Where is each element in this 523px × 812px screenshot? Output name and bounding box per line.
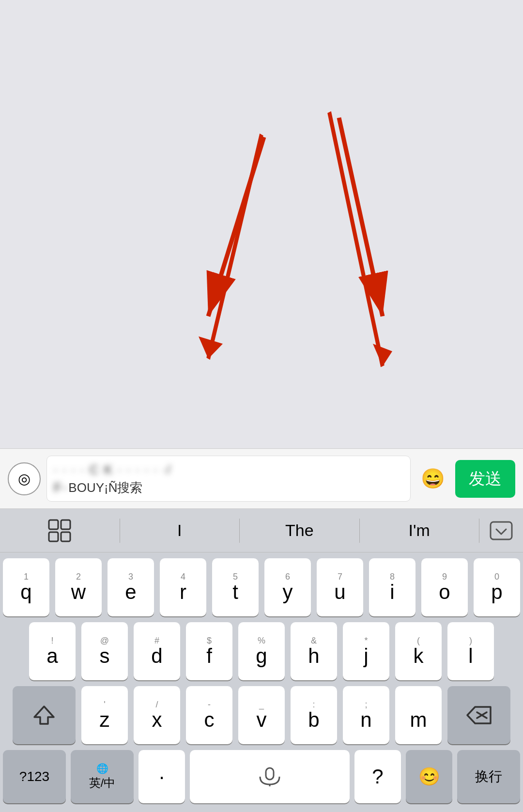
svg-rect-10 <box>61 532 70 541</box>
language-key[interactable]: 🌐 英/中 <box>71 750 134 803</box>
question-label: ? <box>372 765 383 788</box>
suggestion-I[interactable]: I <box>120 509 240 552</box>
shift-key[interactable] <box>13 686 76 744</box>
svg-marker-3 <box>373 344 392 366</box>
shift-icon <box>32 704 56 727</box>
key-c[interactable]: - c <box>186 686 232 744</box>
emoji-icon: 😄 <box>421 467 445 490</box>
emoji-button[interactable]: 😄 <box>416 462 449 495</box>
key-m[interactable]: m <box>395 686 442 744</box>
suggestion-The[interactable]: The <box>240 509 359 552</box>
numbers-key[interactable]: ?123 <box>3 750 66 803</box>
svg-line-6 <box>339 118 383 316</box>
key-d[interactable]: # d <box>134 622 180 680</box>
grid-icon <box>47 518 72 543</box>
svg-line-2 <box>329 112 383 367</box>
keyboard-row-2: ! a @ s # d $ f % g & h * j ( k <box>3 622 520 680</box>
question-key[interactable]: ? <box>354 750 401 803</box>
suggestion-Im[interactable]: I'm <box>360 509 479 552</box>
key-x[interactable]: / x <box>134 686 180 744</box>
key-a[interactable]: ! a <box>29 622 76 680</box>
svg-line-0 <box>208 135 262 359</box>
input-clear-part: BOUY¡Ñ搜索 <box>68 480 142 495</box>
keyboard-row-1: 1 q 2 w 3 e 4 r 5 t 6 y 7 u 8 i <box>3 558 520 616</box>
microphone-icon <box>255 767 284 786</box>
language-label: 英/中 <box>89 775 116 791</box>
key-y[interactable]: 6 y <box>264 558 311 616</box>
svg-rect-7 <box>49 520 58 529</box>
key-f[interactable]: $ f <box>186 622 232 680</box>
svg-rect-8 <box>61 520 70 529</box>
space-key[interactable] <box>190 750 350 803</box>
suggestions-bar: I The I'm <box>0 509 523 552</box>
voice-button[interactable]: ◎ <box>8 462 41 495</box>
keyboard-emoji-icon: 😊 <box>418 766 440 787</box>
key-s[interactable]: @ s <box>81 622 128 680</box>
key-l[interactable]: ) l <box>447 622 494 680</box>
dot-label: · <box>159 765 165 788</box>
key-n[interactable]: ; n <box>343 686 389 744</box>
return-key[interactable]: 换行 <box>457 750 520 803</box>
message-input[interactable]: · · · · C K · · · · · ·/ F··BOUY¡Ñ搜索 <box>46 456 411 502</box>
dot-key[interactable]: · <box>138 750 185 803</box>
key-u[interactable]: 7 u <box>317 558 363 616</box>
key-t[interactable]: 5 t <box>212 558 259 616</box>
svg-marker-12 <box>34 706 54 724</box>
send-button[interactable]: 发送 <box>455 460 515 498</box>
globe-icon: 🌐 <box>96 763 108 774</box>
numbers-label: ?123 <box>19 769 49 784</box>
keyboard-row-4: ?123 🌐 英/中 · ? 😊 换行 <box>3 750 520 803</box>
key-k[interactable]: ( k <box>395 622 442 680</box>
key-p[interactable]: 0 p <box>474 558 520 616</box>
input-line-2: F··BOUY¡Ñ搜索 <box>54 479 403 496</box>
emoji-key[interactable]: 😊 <box>406 750 452 803</box>
keyboard-dismiss-button[interactable] <box>479 521 523 541</box>
keyboard-row-3: ' z / x - c _ v : b ; n m <box>3 686 520 744</box>
svg-line-5 <box>208 137 264 316</box>
svg-marker-1 <box>199 337 223 359</box>
keyboard-grid-button[interactable] <box>0 509 120 552</box>
chat-area <box>0 0 523 448</box>
key-j[interactable]: * j <box>343 622 389 680</box>
annotation-arrows <box>0 0 523 448</box>
key-r[interactable]: 4 r <box>160 558 206 616</box>
key-g[interactable]: % g <box>238 622 285 680</box>
key-o[interactable]: 9 o <box>421 558 468 616</box>
key-i[interactable]: 8 i <box>369 558 415 616</box>
key-q[interactable]: 1 q <box>3 558 49 616</box>
input-line-1: · · · · C K · · · · · ·/ <box>54 461 403 478</box>
svg-rect-9 <box>49 532 58 541</box>
svg-rect-11 <box>491 522 512 539</box>
key-b[interactable]: : b <box>291 686 337 744</box>
input-blurred-part: F·· <box>54 480 68 495</box>
backspace-key[interactable] <box>447 686 510 744</box>
key-e[interactable]: 3 e <box>108 558 154 616</box>
key-v[interactable]: _ v <box>238 686 285 744</box>
dismiss-icon <box>489 521 513 541</box>
input-bar: ◎ · · · · C K · · · · · ·/ F··BOUY¡Ñ搜索 😄… <box>0 448 523 509</box>
keyboard: 1 q 2 w 3 e 4 r 5 t 6 y 7 u 8 i <box>0 552 523 812</box>
key-z[interactable]: ' z <box>81 686 128 744</box>
svg-rect-15 <box>266 768 274 780</box>
key-h[interactable]: & h <box>291 622 337 680</box>
return-label: 换行 <box>475 767 502 786</box>
red-arrows <box>0 0 523 448</box>
voice-icon: ◎ <box>18 470 31 487</box>
backspace-icon <box>465 705 492 725</box>
key-w[interactable]: 2 w <box>55 558 102 616</box>
